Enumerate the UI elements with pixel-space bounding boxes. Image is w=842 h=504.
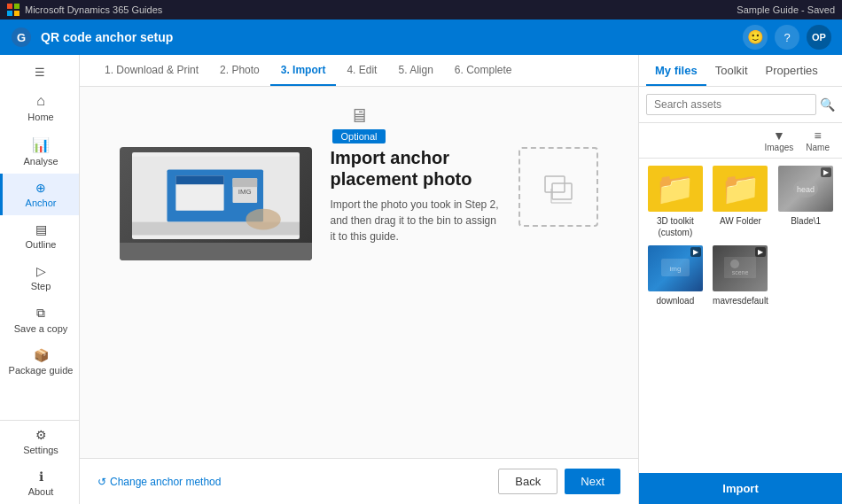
next-button[interactable]: Next [565, 469, 620, 494]
sidebar-item-analyse[interactable]: 📊 Analyse [0, 129, 79, 174]
asset-thumb-blade1: head ▶ [778, 166, 833, 212]
tab-properties[interactable]: Properties [757, 55, 827, 86]
sidebar-item-label: Analyse [23, 156, 58, 167]
video-badge: ▶ [821, 167, 831, 177]
asset-thumb-3d-toolkit: 📁 [648, 166, 703, 212]
smiley-icon-btn[interactable]: 🙂 [743, 25, 768, 50]
search-bar: 🔍 [639, 87, 842, 123]
import-panel: 🖥 Optional [120, 105, 598, 260]
sort-icon: ≡ [815, 128, 822, 143]
titlebar: Microsoft Dynamics 365 Guides Sample Gui… [0, 0, 842, 19]
refresh-icon: ↺ [97, 476, 106, 488]
svg-rect-11 [232, 178, 257, 187]
step-edit[interactable]: 4. Edit [336, 55, 387, 86]
back-button[interactable]: Back [498, 469, 557, 494]
sidebar-item-label: Outline [26, 239, 57, 250]
step-align[interactable]: 5. Align [387, 55, 443, 86]
app-icon [7, 4, 19, 16]
svg-rect-3 [14, 11, 19, 16]
sidebar-item-settings[interactable]: ⚙ Settings [0, 421, 79, 462]
analyse-icon: 📊 [32, 136, 50, 153]
video-badge-mavres: ▶ [755, 247, 766, 257]
appbar-title: QR code anchor setup [41, 30, 743, 44]
asset-item-mavres[interactable]: scene ▶ mavresdefault [712, 245, 770, 306]
sidebar-item-home[interactable]: ⌂ Home [0, 86, 79, 129]
svg-text:scene: scene [732, 269, 749, 275]
sidebar-item-save-copy[interactable]: ⧉ Save a copy [0, 299, 79, 341]
sidebar-item-package-guide[interactable]: 📦 Package guide [0, 341, 79, 383]
asset-item-aw-folder[interactable]: 📁 AW Folder [712, 166, 770, 238]
layout: ☰ ⌂ Home 📊 Analyse ⊕ Anchor ▤ Outline ▷ … [0, 55, 842, 504]
sort-name-button[interactable]: ≡ Name [800, 127, 835, 154]
hamburger-button[interactable]: ☰ [0, 58, 79, 86]
asset-item-download[interactable]: img ▶ download [646, 245, 705, 306]
asset-thumb-download: img ▶ [648, 245, 703, 291]
view-controls: ▼ Images ≡ Name [639, 123, 842, 159]
import-description: Import the photo you took in Step 2, and… [330, 197, 504, 244]
asset-name-3d-toolkit: 3D toolkit (custom) [646, 215, 705, 238]
svg-point-24 [730, 260, 739, 268]
user-avatar[interactable]: OP [807, 25, 831, 50]
asset-item-blade1[interactable]: head ▶ Blade\1 [776, 166, 835, 238]
svg-text:img: img [669, 265, 681, 273]
svg-point-14 [246, 209, 280, 230]
import-button[interactable]: Import [639, 473, 842, 504]
titlebar-saved: Sample Guide - Saved [737, 4, 835, 15]
tab-toolkit[interactable]: Toolkit [706, 55, 757, 86]
laptop-image: IMG [120, 147, 312, 260]
change-anchor-link[interactable]: ↺ Change anchor method [97, 476, 221, 488]
hamburger-icon: ☰ [35, 66, 45, 79]
help-icon-btn[interactable]: ? [775, 25, 799, 50]
sidebar-item-outline[interactable]: ▤ Outline [0, 215, 79, 257]
sidebar-item-label: Settings [23, 445, 58, 455]
search-input[interactable] [646, 94, 816, 115]
svg-text:IMG: IMG [238, 188, 252, 196]
tab-my-files[interactable]: My files [646, 55, 706, 86]
laptop-screen: IMG [132, 152, 300, 239]
anchor-icon: ⊕ [35, 181, 46, 195]
sidebar: ☰ ⌂ Home 📊 Analyse ⊕ Anchor ▤ Outline ▷ … [0, 55, 80, 504]
drop-zone[interactable] [518, 147, 598, 227]
svg-rect-15 [545, 176, 565, 192]
import-info: Import anchor placement photo Import the… [330, 147, 504, 244]
search-icon[interactable]: 🔍 [820, 97, 835, 112]
outline-icon: ▤ [35, 222, 47, 236]
panel-tabs: My files Toolkit Properties [639, 55, 842, 87]
steps-nav: 1. Download & Print 2. Photo 3. Import 4… [80, 55, 638, 87]
svg-text:G: G [17, 31, 26, 44]
bottom-bar: ↺ Change anchor method Back Next [80, 458, 638, 504]
step-complete[interactable]: 6. Complete [444, 55, 523, 86]
step-import[interactable]: 3. Import [270, 55, 337, 86]
sidebar-item-label: Anchor [26, 198, 57, 208]
asset-name-download: download [656, 295, 694, 306]
right-panel: My files Toolkit Properties 🔍 ▼ Images ≡… [638, 55, 842, 504]
svg-rect-1 [14, 4, 19, 9]
app-logo: G [11, 27, 32, 48]
nav-buttons: Back Next [498, 469, 620, 494]
sidebar-item-label: About [28, 486, 54, 497]
asset-name-mavres: mavresdefault [713, 295, 768, 306]
svg-rect-16 [552, 183, 572, 199]
asset-name-blade1: Blade\1 [791, 215, 821, 227]
sidebar-item-anchor[interactable]: ⊕ Anchor [0, 174, 79, 215]
sidebar-item-step[interactable]: ▷ Step [0, 257, 79, 299]
import-row: IMG Import an [120, 147, 598, 260]
sidebar-item-label: Step [31, 281, 51, 291]
svg-rect-2 [7, 11, 12, 16]
change-anchor-label: Change anchor method [110, 476, 221, 488]
sidebar-item-label: Home [27, 112, 53, 122]
import-title: Import anchor placement photo [330, 147, 504, 190]
asset-thumb-mavres: scene ▶ [713, 245, 768, 291]
pc-icon: 🖥 [349, 105, 369, 128]
sidebar-item-about[interactable]: ℹ About [0, 462, 79, 504]
asset-thumb-aw-folder: 📁 [713, 166, 768, 212]
svg-text:head: head [797, 185, 815, 194]
step-download-print[interactable]: 1. Download & Print [94, 55, 209, 86]
asset-item-3d-toolkit[interactable]: 📁 3D toolkit (custom) [646, 166, 705, 238]
svg-rect-9 [175, 175, 223, 184]
filter-images-button[interactable]: ▼ Images [760, 127, 799, 154]
package-guide-icon: 📦 [34, 348, 49, 362]
step-photo[interactable]: 2. Photo [209, 55, 270, 86]
titlebar-app-name: Microsoft Dynamics 365 Guides [25, 4, 162, 15]
about-icon: ℹ [39, 469, 43, 484]
